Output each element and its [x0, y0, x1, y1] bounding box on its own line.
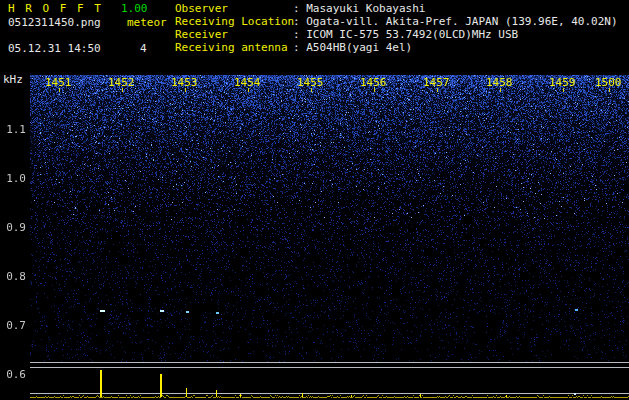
- x-tick-label: 1456: [360, 77, 387, 89]
- y-tick-label: 0.6: [0, 369, 26, 381]
- hrofft-screen: H R O F F T 1.00 0512311450.png meteor 0…: [0, 0, 629, 400]
- info-label-receiver: Receiver: [175, 29, 228, 41]
- y-axis-labels: 1.11.00.90.80.70.6: [0, 0, 30, 400]
- echo-count: 4: [140, 43, 147, 55]
- info-value-observer: : Masayuki Kobayashi: [293, 3, 425, 15]
- x-tick-label: 1454: [234, 77, 261, 89]
- y-tick-label: 0.7: [0, 320, 26, 332]
- x-tick-label: 1453: [171, 77, 198, 89]
- info-value-receiver: : ICOM IC-575 53.7492(0LCD)MHz USB: [293, 29, 518, 41]
- x-tick-label: 1457: [423, 77, 450, 89]
- x-tick-label: 1500: [595, 77, 622, 89]
- app-version: 1.00: [121, 3, 148, 15]
- x-tick-label: 1451: [45, 77, 72, 89]
- info-label-antenna: Receiving antenna: [175, 42, 288, 54]
- y-tick-label: 0.9: [0, 222, 26, 234]
- info-label-observer: Observer: [175, 3, 228, 15]
- info-value-antenna: : A504HB(yagi 4el): [293, 42, 412, 54]
- mode-label: meteor: [127, 17, 167, 29]
- spectrogram-canvas: [30, 75, 629, 362]
- info-label-location: Receiving Location: [175, 16, 294, 28]
- x-tick-label: 1452: [108, 77, 135, 89]
- x-axis-labels: 1451145214531454145514561457145814591500: [0, 77, 629, 89]
- y-tick-label: 1.0: [0, 173, 26, 185]
- y-tick-label: 1.1: [0, 124, 26, 136]
- x-tick-label: 1455: [297, 77, 324, 89]
- x-tick-label: 1459: [549, 77, 576, 89]
- y-tick-label: 0.8: [0, 271, 26, 283]
- x-tick-label: 1458: [486, 77, 513, 89]
- level-meter-canvas: [30, 362, 629, 400]
- info-value-location: : Ogata-vill. Akita-Pref. JAPAN (139.96E…: [293, 16, 618, 28]
